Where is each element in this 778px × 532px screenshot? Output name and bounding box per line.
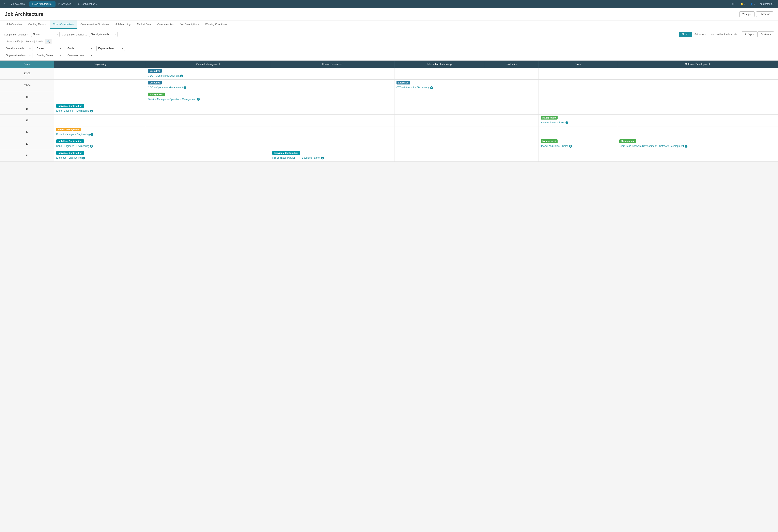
- job-link[interactable]: COO – Operations Management: [148, 86, 183, 89]
- help-button[interactable]: ? Help ▾: [739, 11, 755, 17]
- info-icon[interactable]: i: [90, 133, 93, 136]
- cell-engineering: Individual ContributionExpert Engineer –…: [54, 103, 146, 115]
- tab-label: Grading Results: [28, 23, 47, 26]
- cell-information-technology: [394, 138, 485, 150]
- cell-information-technology: ExecutiveCTO – Information Technology i: [394, 79, 485, 91]
- top-navigation: ⌂ ★ Favourites ▾ ⊞ Job Architecture ▾ ⊟ …: [0, 0, 778, 8]
- info-icon[interactable]: i: [90, 109, 93, 112]
- nav-configuration[interactable]: ⚙ Configuration ▾: [76, 1, 99, 7]
- all-jobs-button[interactable]: All jobs: [679, 31, 692, 37]
- criterion-y-group: Comparison criterion Y* Grade: [4, 31, 60, 37]
- info-icon[interactable]: i: [197, 98, 200, 101]
- nav-analyses[interactable]: ⊟ Analyses ▾: [56, 1, 75, 7]
- job-link[interactable]: Project Manager – Engineering: [56, 133, 90, 136]
- info-icon[interactable]: i: [430, 86, 433, 89]
- info-icon[interactable]: i: [321, 157, 324, 159]
- column-header-sales: Sales: [539, 61, 617, 68]
- job-link[interactable]: CEO – General Management: [148, 74, 179, 77]
- home-button[interactable]: ⌂: [2, 1, 7, 7]
- language-selector[interactable]: en (Default) ▾: [758, 1, 776, 7]
- tab-cross-comparison[interactable]: Cross Comparison: [50, 20, 77, 29]
- info-icon[interactable]: i: [183, 86, 186, 89]
- notifications-button[interactable]: 🔔 ▾: [738, 1, 747, 7]
- info-icon[interactable]: i: [685, 145, 687, 148]
- job-link[interactable]: Engineer – Engineering: [56, 156, 82, 159]
- global-job-family-select[interactable]: Global job family: [4, 46, 32, 51]
- search-input[interactable]: [4, 39, 45, 44]
- tab-grading-results[interactable]: Grading Results: [25, 20, 50, 29]
- grading-status-select[interactable]: Grading Status: [35, 53, 63, 58]
- job-link[interactable]: Expert Engineer – Engineering: [56, 109, 89, 112]
- chevron-down-icon: ▾: [754, 3, 755, 5]
- criterion-x-select[interactable]: Global job family: [89, 31, 118, 37]
- exposure-level-select[interactable]: Exposure level: [96, 46, 125, 51]
- tab-job-descriptions[interactable]: Job Descriptions: [177, 20, 202, 29]
- info-icon[interactable]: i: [565, 121, 568, 124]
- filter-area: Comparison criterion Y* Grade Comparison…: [0, 29, 778, 61]
- info-icon[interactable]: i: [180, 75, 183, 77]
- info-icon[interactable]: i: [569, 145, 572, 148]
- cell-production: [485, 103, 539, 115]
- job-entry: Expert Engineer – Engineering i: [56, 108, 144, 113]
- cell-human-resources: [270, 103, 394, 115]
- job-entry: Team Lead Software Development – Softwar…: [619, 144, 776, 149]
- tab-job-matching[interactable]: Job Matching: [112, 20, 134, 29]
- no-salary-button[interactable]: Jobs without salary data: [709, 31, 740, 37]
- grid-icon: ⊞: [31, 3, 33, 5]
- app-switcher-button[interactable]: ⊞ ▾: [729, 1, 737, 7]
- new-job-button[interactable]: + New job: [756, 11, 773, 17]
- nav-job-architecture[interactable]: ⊞ Job Architecture ▾: [29, 1, 56, 7]
- chevron-down-icon: ▾: [773, 3, 774, 5]
- search-button[interactable]: 🔍: [45, 39, 52, 44]
- cell-software-development: [617, 91, 778, 103]
- job-link[interactable]: Team Lead Software Development – Softwar…: [619, 145, 684, 148]
- job-entry: CTO – Information Technology i: [396, 85, 483, 90]
- job-link[interactable]: Division Manager – Operations Management: [148, 98, 196, 101]
- job-link[interactable]: Head of Sales – Sales: [541, 121, 565, 124]
- tab-compensation-structures[interactable]: Compensation Structures: [77, 20, 112, 29]
- grade-cell: 18: [0, 91, 54, 103]
- chart-icon: ⊟: [58, 3, 60, 5]
- column-header-general-management: General Management: [146, 61, 270, 68]
- job-link[interactable]: Team Lead Sales – Sales: [541, 145, 568, 148]
- job-entry: Engineer – Engineering i: [56, 156, 144, 160]
- export-button[interactable]: ⬇ Export: [742, 31, 758, 37]
- cell-sales: [539, 79, 617, 91]
- job-link[interactable]: HR Business Partner – HR Business Partne…: [272, 156, 320, 159]
- company-level-select[interactable]: Company Level: [66, 53, 94, 58]
- tab-label: Working Conditions: [205, 23, 227, 26]
- view-button[interactable]: ⚙ View ▾: [758, 31, 774, 37]
- cell-general-management: [146, 115, 270, 127]
- header-actions: ? Help ▾ + New job: [739, 11, 773, 17]
- help-label: Help: [745, 13, 750, 16]
- job-link[interactable]: CTO – Information Technology: [396, 86, 429, 89]
- table-row: 15ManagementHead of Sales – Sales i: [0, 115, 778, 127]
- organisational-unit-select[interactable]: Organisational unit: [4, 53, 32, 58]
- criterion-y-label: Comparison criterion Y*: [4, 32, 29, 36]
- nav-favourites[interactable]: ★ Favourites ▾: [8, 1, 28, 7]
- page-header: Job Architecture ? Help ▾ + New job: [0, 8, 778, 20]
- active-jobs-button[interactable]: Active jobs: [692, 31, 709, 37]
- tab-label: Job Descriptions: [180, 23, 199, 26]
- export-icon: ⬇: [745, 33, 747, 35]
- tab-working-conditions[interactable]: Working Conditions: [202, 20, 230, 29]
- job-entry: COO – Operations Management i: [148, 85, 268, 90]
- tab-job-overview[interactable]: Job Overview: [3, 20, 25, 29]
- cell-engineering: Individual ContributionEngineer – Engine…: [54, 150, 146, 161]
- criterion-y-select[interactable]: Grade: [31, 31, 60, 37]
- user-menu-button[interactable]: 👤 ▾: [748, 1, 757, 7]
- cell-human-resources: [270, 138, 394, 150]
- grade-select[interactable]: Grade: [66, 46, 94, 51]
- table-row: EX-04ExecutiveCOO – Operations Managemen…: [0, 79, 778, 91]
- cell-badge: Individual Contribution: [56, 151, 84, 155]
- cell-human-resources: [270, 79, 394, 91]
- grade-cell: EX-04: [0, 79, 54, 91]
- job-link[interactable]: Senior Engineer – Engineering: [56, 145, 89, 148]
- career-select[interactable]: Career: [35, 46, 63, 51]
- tab-market-data[interactable]: Market Data: [134, 20, 154, 29]
- tab-label: Job Overview: [6, 23, 22, 26]
- tab-competencies[interactable]: Competencies: [154, 20, 177, 29]
- cell-sales: ManagementHead of Sales – Sales i: [539, 115, 617, 127]
- info-icon[interactable]: i: [90, 145, 93, 148]
- info-icon[interactable]: i: [82, 157, 85, 159]
